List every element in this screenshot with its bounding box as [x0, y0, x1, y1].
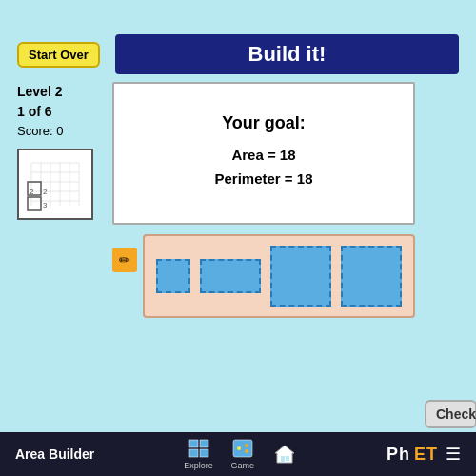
svg-text:3: 3: [43, 201, 48, 209]
level-info: Level 2 1 of 6 Score: 0: [17, 82, 63, 141]
phet-et: ET: [414, 445, 438, 465]
phet-logo: PhET: [387, 445, 438, 465]
nav-game[interactable]: Game: [230, 438, 255, 470]
score-line: Score: 0: [17, 122, 63, 141]
header-row: Start Over Build it!: [17, 34, 459, 74]
game-label: Game: [231, 461, 255, 470]
svg-rect-16: [189, 440, 198, 447]
score-label: Score:: [17, 124, 53, 138]
svg-point-22: [245, 444, 248, 447]
svg-rect-17: [200, 440, 208, 447]
svg-text:2: 2: [43, 188, 48, 196]
svg-rect-19: [200, 449, 208, 457]
svg-rect-25: [281, 456, 285, 463]
level-progress: 1 of 6: [17, 102, 63, 122]
check-column: Check: [425, 82, 476, 432]
game-icon: [230, 438, 255, 459]
piece-large-square-b[interactable]: [341, 246, 402, 307]
piece-large-square-a[interactable]: [270, 246, 331, 307]
level-label: Level 2: [17, 82, 63, 102]
svg-rect-18: [189, 449, 198, 457]
pieces-tray: [143, 234, 415, 318]
goal-box: Your goal: Area = 18 Perimeter = 18: [112, 82, 415, 225]
eraser-icon: ✏: [119, 252, 130, 268]
main-content: Start Over Build it! Level 2 1 of 6 Scor…: [0, 27, 476, 432]
menu-button[interactable]: ☰: [446, 444, 461, 465]
home-icon: [272, 444, 297, 465]
goal-title: Your goal:: [222, 113, 306, 133]
svg-rect-26: [286, 456, 289, 461]
phet-logo-area: PhET ☰: [387, 444, 461, 465]
pieces-tray-row: ✏: [112, 234, 415, 318]
nav-explore[interactable]: Explore: [184, 438, 213, 470]
page-title: Build it!: [115, 34, 459, 74]
phet-ph: Ph: [387, 445, 410, 465]
eraser-button[interactable]: ✏: [112, 248, 137, 272]
bottom-nav-icons: Explore Game: [184, 438, 297, 470]
bottom-bar: Area Builder Explore: [0, 432, 476, 476]
svg-rect-20: [233, 440, 252, 457]
explore-icon: [187, 438, 211, 459]
content-row: Level 2 1 of 6 Score: 0: [17, 82, 459, 432]
goal-area-value: Area = 18: [231, 147, 295, 163]
goal-area: Your goal: Area = 18 Perimeter = 18 ✏: [112, 82, 415, 432]
svg-text:2: 2: [30, 188, 34, 196]
svg-point-21: [237, 446, 241, 450]
piece-small-square[interactable]: [156, 259, 190, 293]
app-name-label: Area Builder: [15, 446, 94, 462]
start-over-button[interactable]: Start Over: [17, 42, 100, 68]
shape-preview-svg: 3 2 2: [22, 153, 89, 215]
shape-preview: 3 2 2: [17, 149, 93, 220]
goal-perimeter-value: Perimeter = 18: [215, 170, 313, 187]
score-value: 0: [56, 124, 63, 138]
nav-home[interactable]: [272, 444, 297, 465]
svg-rect-12: [28, 197, 41, 210]
explore-label: Explore: [184, 461, 213, 470]
app-wrapper: Start Over Build it! Level 2 1 of 6 Scor…: [0, 0, 476, 476]
svg-point-23: [245, 449, 248, 453]
top-bar: [0, 0, 476, 27]
left-panel: Level 2 1 of 6 Score: 0: [17, 82, 103, 432]
piece-rectangle[interactable]: [200, 259, 261, 293]
check-button[interactable]: Check: [425, 400, 476, 428]
